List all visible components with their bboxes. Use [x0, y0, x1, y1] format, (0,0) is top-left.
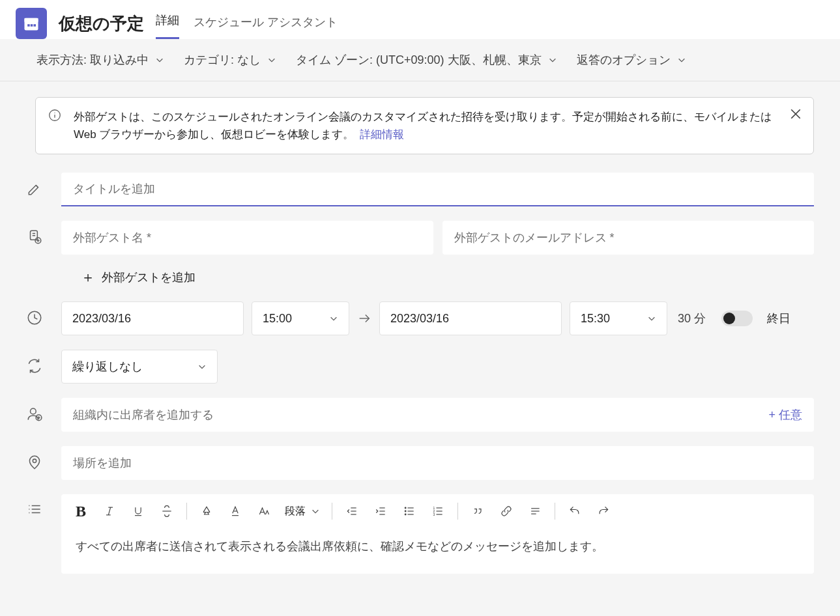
description-editor[interactable]: すべての出席者に送信されて表示される会議出席依頼に、確認メモなどのメッセージを追…: [61, 528, 814, 574]
redo-button[interactable]: [590, 499, 616, 523]
paragraph-label: 段落: [285, 505, 306, 518]
all-day-label: 終日: [767, 311, 790, 326]
repeat-select[interactable]: 繰り返しなし: [61, 350, 218, 384]
repeat-icon: [26, 357, 43, 374]
description-icon: [26, 501, 43, 518]
chevron-down-icon: [311, 507, 320, 516]
add-optional-button[interactable]: + 任意: [768, 407, 802, 423]
svg-point-16: [33, 460, 36, 463]
svg-point-14: [31, 409, 36, 415]
guest-name-input[interactable]: [61, 221, 433, 255]
svg-rect-4: [34, 24, 36, 26]
add-attendee-icon: [26, 406, 43, 423]
svg-point-39: [405, 511, 406, 512]
chevron-down-icon: [548, 55, 557, 64]
option-category-label: カテゴリ: なし: [184, 52, 261, 68]
separator: [186, 503, 187, 520]
add-external-guest-icon: [26, 229, 43, 245]
duration-label: 30 分: [678, 311, 706, 326]
font-color-button[interactable]: [222, 499, 248, 523]
tab-scheduling-assistant[interactable]: スケジュール アシスタント: [194, 14, 338, 39]
banner-more-info-link[interactable]: 詳細情報: [360, 128, 404, 141]
option-show-as-label: 表示方法: 取り込み中: [36, 52, 149, 68]
close-icon[interactable]: [790, 108, 802, 120]
svg-rect-2: [27, 24, 30, 26]
option-category[interactable]: カテゴリ: なし: [184, 52, 276, 68]
svg-text:3: 3: [433, 512, 435, 516]
increase-indent-button[interactable]: [368, 499, 394, 523]
link-button[interactable]: [493, 499, 519, 523]
option-response-options[interactable]: 返答のオプション: [577, 52, 686, 68]
end-time-value: 15:30: [581, 312, 610, 326]
chevron-down-icon: [329, 314, 338, 323]
calendar-icon: [16, 8, 47, 39]
start-date-picker[interactable]: 2023/03/16: [61, 301, 244, 335]
chevron-down-icon: [647, 314, 656, 323]
strikethrough-button[interactable]: [154, 499, 180, 523]
banner-message: 外部ゲストは、このスケジュールされたオンライン会議のカスタマイズされた招待を受け…: [74, 111, 772, 141]
chevron-down-icon: [155, 55, 164, 64]
attendee-input[interactable]: 組織内に出席者を追加する + 任意: [61, 398, 814, 432]
svg-rect-1: [25, 18, 38, 22]
option-response-options-label: 返答のオプション: [577, 52, 671, 68]
repeat-value: 繰り返しなし: [72, 359, 143, 374]
option-timezone-label: タイム ゾーン: (UTC+09:00) 大阪、札幌、東京: [296, 52, 542, 68]
svg-point-38: [405, 508, 406, 509]
edit-icon: [26, 180, 43, 197]
chevron-down-icon: [197, 362, 207, 371]
paragraph-style-select[interactable]: 段落: [280, 505, 325, 518]
svg-line-25: [108, 508, 110, 516]
page-title: 仮想の予定: [59, 12, 144, 35]
svg-point-7: [54, 113, 55, 113]
quote-button[interactable]: [465, 499, 491, 523]
all-day-toggle[interactable]: [721, 311, 753, 326]
option-show-as[interactable]: 表示方法: 取り込み中: [36, 52, 164, 68]
tab-detail[interactable]: 詳細: [156, 12, 179, 39]
location-input[interactable]: [61, 446, 814, 480]
arrow-right-icon: [357, 311, 371, 326]
separator: [555, 503, 555, 520]
end-time-picker[interactable]: 15:30: [570, 301, 667, 335]
rich-text-toolbar: B 段落 123: [61, 494, 814, 528]
info-banner: 外部ゲストは、このスケジュールされたオンライン会議のカスタマイズされた招待を受け…: [35, 97, 814, 154]
add-external-guest-button[interactable]: ＋ 外部ゲストを追加: [81, 268, 196, 287]
clear-formatting-button[interactable]: [522, 499, 548, 523]
start-time-picker[interactable]: 15:00: [252, 301, 349, 335]
bold-button[interactable]: B: [68, 499, 94, 523]
numbered-list-button[interactable]: 123: [425, 499, 451, 523]
chevron-down-icon: [677, 55, 686, 64]
chevron-down-icon: [267, 55, 276, 64]
italic-button[interactable]: [96, 499, 123, 523]
separator: [332, 503, 332, 520]
undo-button[interactable]: [562, 499, 588, 523]
title-input[interactable]: [61, 173, 814, 206]
end-date-picker[interactable]: 2023/03/16: [379, 301, 562, 335]
location-icon: [26, 454, 43, 471]
svg-point-40: [405, 514, 406, 516]
decrease-indent-button[interactable]: [339, 499, 365, 523]
bullet-list-button[interactable]: [396, 499, 422, 523]
plus-icon: ＋: [81, 268, 95, 287]
info-icon: [48, 108, 62, 122]
svg-rect-3: [31, 24, 33, 26]
font-size-button[interactable]: [251, 499, 277, 523]
attendee-placeholder: 組織内に出席者を追加する: [73, 407, 214, 423]
separator: [457, 503, 458, 520]
start-time-value: 15:00: [263, 312, 292, 326]
highlight-button[interactable]: [194, 499, 220, 523]
option-timezone[interactable]: タイム ゾーン: (UTC+09:00) 大阪、札幌、東京: [296, 52, 557, 68]
guest-email-input[interactable]: [442, 221, 815, 255]
underline-button[interactable]: [125, 499, 151, 523]
clock-icon: [26, 309, 43, 326]
add-external-guest-label: 外部ゲストを追加: [102, 270, 196, 285]
